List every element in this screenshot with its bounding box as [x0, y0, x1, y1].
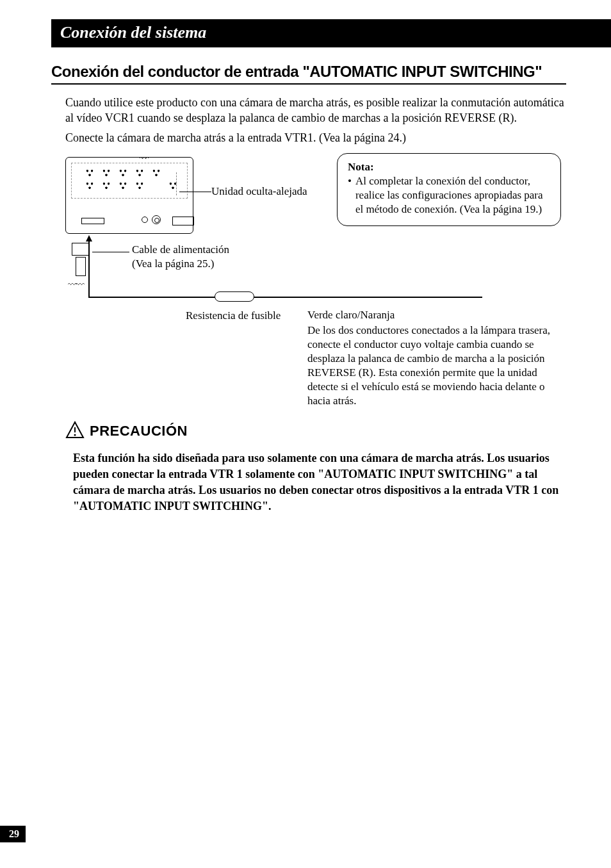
- page-number: 29: [0, 826, 26, 842]
- note-text: Al completar la conexión del conductor, …: [355, 174, 550, 217]
- bullet-icon: •: [348, 174, 352, 217]
- wiring-diagram: 〰 Unidad oculta-alejada 〰〰 Cable de alim…: [51, 153, 566, 416]
- note-box: Nota: • Al completar la conexión del con…: [337, 153, 561, 226]
- wire-description-text: De los dos conductores conectados a la l…: [307, 323, 564, 409]
- hideaway-unit-illustration: 〰: [65, 157, 193, 234]
- connector-illustration: [72, 243, 90, 256]
- connector-illustration-2: [76, 257, 86, 276]
- intro-paragraph-1: Cuando utilice este producto con una cám…: [65, 95, 566, 126]
- antenna-icon: 〰: [140, 154, 149, 164]
- fuse-label: Resistencia de fusible: [186, 309, 281, 322]
- note-title: Nota:: [348, 160, 550, 174]
- arrow-up-icon: [86, 235, 92, 242]
- wire-color-label: Verde claro/Naranja: [307, 308, 564, 322]
- caution-title: PRECAUCIÓN: [90, 423, 188, 439]
- power-cable-label: Cable de alimentación (Vea la página 25.…: [132, 243, 229, 271]
- wire-description: Verde claro/Naranja De los dos conductor…: [307, 308, 564, 409]
- power-cable-label-line2: (Vea la página 25.): [132, 258, 214, 270]
- section-header: Conexión del sistema: [51, 19, 611, 47]
- power-cable-label-line1: Cable de alimentación: [132, 243, 229, 256]
- warning-triangle-icon: [65, 421, 85, 441]
- cable-squiggle-icon: 〰〰: [68, 280, 83, 290]
- subsection-title: Conexión del conductor de entrada "AUTOM…: [51, 63, 566, 85]
- caution-body: Esta función ha sido diseñada para uso s…: [73, 450, 560, 515]
- unit-label: Unidad oculta-alejada: [211, 185, 307, 198]
- fuse-resistor-illustration: [215, 291, 254, 302]
- svg-point-2: [74, 434, 76, 436]
- intro-paragraph-2: Conecte la cámara de marcha atrás a la e…: [65, 130, 566, 145]
